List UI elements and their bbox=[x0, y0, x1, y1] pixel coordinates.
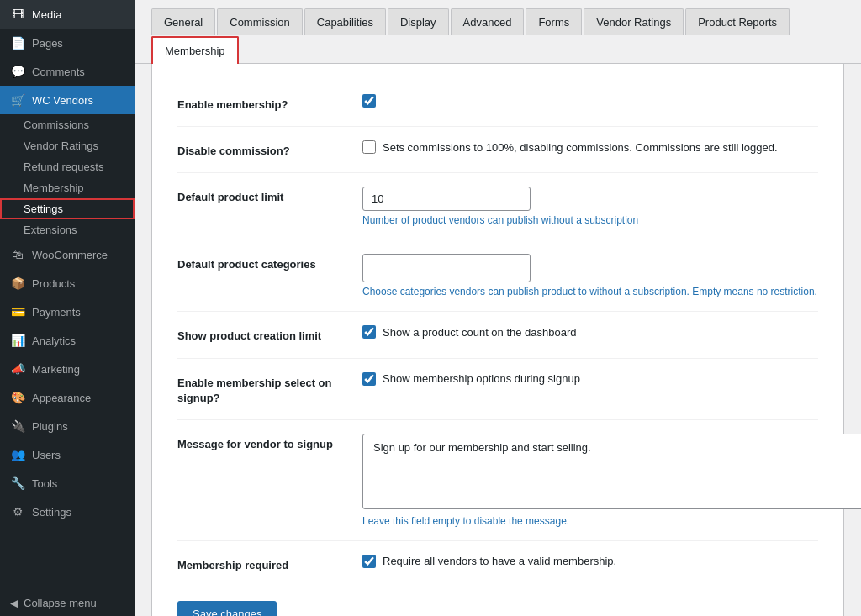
save-changes-button[interactable]: Save changes bbox=[177, 601, 277, 616]
field-message-vendor-signup: Message for vendor to signup Sign up for… bbox=[177, 420, 818, 541]
field-enable-membership: Enable membership? bbox=[177, 81, 818, 127]
label-enable-membership: Enable membership? bbox=[177, 94, 362, 113]
collapse-arrow-icon: ◀ bbox=[10, 597, 18, 609]
sidebar-label-marketing: Marketing bbox=[32, 363, 80, 376]
default-product-limit-input[interactable] bbox=[362, 187, 531, 211]
field-default-product-limit-input: Number of product vendors can publish wi… bbox=[362, 187, 818, 226]
sidebar-label-products: Products bbox=[32, 277, 75, 290]
default-product-categories-input[interactable] bbox=[362, 254, 531, 282]
tab-general[interactable]: General bbox=[151, 8, 215, 35]
sidebar-item-settings[interactable]: ⚙ Settings bbox=[0, 498, 135, 526]
sidebar-item-analytics[interactable]: 📊 Analytics bbox=[0, 326, 135, 355]
sidebar-item-payments[interactable]: 💳 Payments bbox=[0, 297, 135, 326]
collapse-menu-button[interactable]: ◀ Collapse menu bbox=[0, 590, 135, 616]
settings-form: Enable membership? Disable commission? S… bbox=[151, 64, 844, 616]
default-product-categories-description: Choose categories vendors can publish pr… bbox=[362, 286, 818, 297]
sidebar-item-comments[interactable]: 💬 Comments bbox=[0, 57, 135, 86]
sidebar-item-appearance[interactable]: 🎨 Appearance bbox=[0, 383, 135, 412]
main-content: General Commission Capabilities Display … bbox=[135, 0, 861, 616]
message-vendor-signup-description: Leave this field empty to disable the me… bbox=[362, 515, 861, 527]
sidebar-item-woocommerce[interactable]: 🛍 WooCommerce bbox=[0, 240, 135, 269]
tab-commission[interactable]: Commission bbox=[217, 8, 303, 35]
sidebar-item-pages[interactable]: 📄 Pages bbox=[0, 29, 135, 57]
field-show-product-creation-limit-input: Show a product count on the dashboard bbox=[362, 325, 818, 339]
products-icon: 📦 bbox=[10, 276, 25, 291]
appearance-icon: 🎨 bbox=[10, 390, 25, 405]
media-icon: 🎞 bbox=[10, 7, 25, 22]
wc-vendors-icon: 🛒 bbox=[10, 92, 25, 108]
sidebar-item-users[interactable]: 👥 Users bbox=[0, 440, 135, 469]
sidebar-subitem-refund-requests[interactable]: Refund requests bbox=[0, 156, 135, 177]
sidebar-label-appearance: Appearance bbox=[32, 392, 91, 404]
analytics-icon: 📊 bbox=[10, 333, 25, 348]
sidebar: 🎞 Media 📄 Pages 💬 Comments 🛒 WC Vendors … bbox=[0, 0, 135, 616]
membership-required-checkbox[interactable] bbox=[362, 555, 376, 568]
tab-product-reports[interactable]: Product Reports bbox=[685, 8, 790, 35]
tab-advanced[interactable]: Advanced bbox=[451, 8, 525, 35]
tab-forms[interactable]: Forms bbox=[526, 8, 582, 35]
collapse-menu-label: Collapse menu bbox=[24, 597, 97, 609]
sidebar-label-pages: Pages bbox=[32, 37, 63, 50]
sidebar-label-plugins: Plugins bbox=[32, 420, 68, 433]
enable-membership-select-signup-checkbox[interactable] bbox=[362, 372, 376, 386]
sidebar-label-wc-vendors: WC Vendors bbox=[32, 94, 93, 107]
sidebar-item-products[interactable]: 📦 Products bbox=[0, 269, 135, 297]
field-message-vendor-signup-input: Sign up for our membership and start sel… bbox=[362, 434, 861, 527]
field-default-product-limit: Default product limit Number of product … bbox=[177, 173, 818, 240]
sidebar-subitem-commissions[interactable]: Commissions bbox=[0, 114, 135, 135]
default-product-limit-description: Number of product vendors can publish wi… bbox=[362, 214, 818, 226]
sidebar-label-comments: Comments bbox=[32, 66, 85, 78]
sidebar-label-tools: Tools bbox=[32, 477, 57, 490]
field-membership-required-input: Require all vendors to have a valid memb… bbox=[362, 555, 818, 568]
label-enable-membership-select-signup: Enable membership select on signup? bbox=[177, 372, 362, 406]
sidebar-label-analytics: Analytics bbox=[32, 334, 76, 347]
tab-membership[interactable]: Membership bbox=[151, 36, 239, 64]
disable-commission-checkbox[interactable] bbox=[362, 140, 376, 154]
wc-vendors-submenu: Commissions Vendor Ratings Refund reques… bbox=[0, 114, 135, 240]
enable-membership-checkbox[interactable] bbox=[362, 94, 376, 108]
field-default-product-categories-input: Choose categories vendors can publish pr… bbox=[362, 254, 818, 297]
sidebar-label-users: Users bbox=[32, 449, 61, 461]
marketing-icon: 📣 bbox=[10, 361, 25, 376]
tab-display[interactable]: Display bbox=[388, 8, 449, 35]
sidebar-label-woocommerce: WooCommerce bbox=[32, 249, 108, 261]
sidebar-item-media[interactable]: 🎞 Media bbox=[0, 0, 135, 29]
tab-vendor-ratings[interactable]: Vendor Ratings bbox=[584, 8, 684, 35]
field-membership-required: Membership required Require all vendors … bbox=[177, 541, 818, 587]
sidebar-subitem-vendor-ratings[interactable]: Vendor Ratings bbox=[0, 135, 135, 156]
label-default-product-categories: Default product categories bbox=[177, 254, 362, 272]
membership-required-text: Require all vendors to have a valid memb… bbox=[383, 555, 616, 567]
sidebar-item-wc-vendors[interactable]: 🛒 WC Vendors bbox=[0, 86, 135, 114]
field-enable-membership-input bbox=[362, 94, 818, 108]
field-enable-membership-select-signup-input: Show membership options during signup bbox=[362, 372, 818, 386]
sidebar-item-plugins[interactable]: 🔌 Plugins bbox=[0, 412, 135, 440]
field-default-product-categories: Default product categories Choose catego… bbox=[177, 240, 818, 312]
sidebar-label-settings: Settings bbox=[32, 506, 71, 519]
enable-membership-select-signup-text: Show membership options during signup bbox=[383, 372, 580, 385]
plugins-icon: 🔌 bbox=[10, 419, 25, 434]
sidebar-item-tools[interactable]: 🔧 Tools bbox=[0, 469, 135, 498]
settings-icon: ⚙ bbox=[10, 504, 25, 519]
label-membership-required: Membership required bbox=[177, 555, 362, 573]
woocommerce-icon: 🛍 bbox=[10, 247, 25, 262]
field-enable-membership-select-signup: Enable membership select on signup? Show… bbox=[177, 359, 818, 420]
disable-commission-text: Sets commissions to 100%, disabling comm… bbox=[383, 141, 778, 154]
label-show-product-creation-limit: Show product creation limit bbox=[177, 325, 362, 344]
save-row: Save changes bbox=[177, 587, 818, 616]
sidebar-subitem-membership[interactable]: Membership bbox=[0, 177, 135, 198]
show-product-creation-limit-checkbox[interactable] bbox=[362, 325, 376, 339]
label-default-product-limit: Default product limit bbox=[177, 187, 362, 205]
tools-icon: 🔧 bbox=[10, 476, 25, 491]
field-show-product-creation-limit: Show product creation limit Show a produ… bbox=[177, 312, 818, 358]
message-vendor-signup-textarea[interactable]: Sign up for our membership and start sel… bbox=[362, 434, 861, 509]
sidebar-subitem-extensions[interactable]: Extensions bbox=[0, 219, 135, 240]
payments-icon: 💳 bbox=[10, 304, 25, 319]
sidebar-subitem-settings[interactable]: Settings bbox=[0, 198, 135, 219]
sidebar-item-marketing[interactable]: 📣 Marketing bbox=[0, 355, 135, 383]
users-icon: 👥 bbox=[10, 447, 25, 462]
pages-icon: 📄 bbox=[10, 35, 25, 50]
field-disable-commission: Disable commission? Sets commissions to … bbox=[177, 127, 818, 173]
tab-capabilities[interactable]: Capabilities bbox=[304, 8, 386, 35]
sidebar-label-media: Media bbox=[32, 8, 61, 21]
comments-icon: 💬 bbox=[10, 64, 25, 79]
